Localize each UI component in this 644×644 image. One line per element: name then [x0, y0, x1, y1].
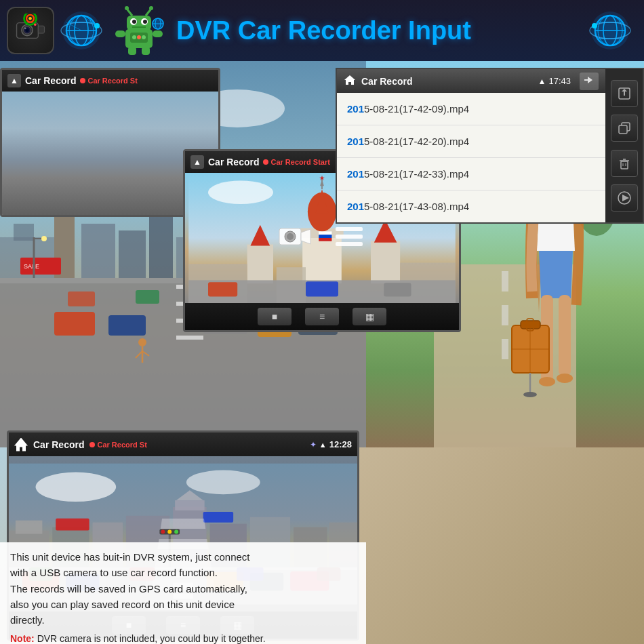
- svg-point-55: [592, 23, 597, 28]
- globe-left-icon: [58, 7, 105, 54]
- svg-rect-33: [115, 31, 125, 37]
- page-title: DVR Car Recorder Input: [176, 16, 583, 45]
- svg-point-31: [143, 20, 147, 24]
- svg-rect-73: [14, 224, 34, 241]
- middle-screen-title: Car Record: [208, 157, 259, 167]
- play-button[interactable]: [611, 184, 638, 212]
- svg-rect-197: [621, 161, 628, 169]
- description-text: This unit device has buit-in DVR system,…: [10, 549, 356, 628]
- back-btn-right[interactable]: [580, 73, 599, 90]
- svg-rect-79: [176, 336, 203, 340]
- svg-rect-115: [559, 295, 571, 376]
- copy-button[interactable]: [611, 115, 638, 142]
- export-button[interactable]: [611, 80, 638, 107]
- rec-indicator-bottom: Car Record St: [89, 441, 146, 449]
- robot-mascot-icon: [108, 3, 169, 58]
- file-item-2[interactable]: 2015-08-21(17-42-20).mp4: [337, 125, 605, 158]
- topleft-screen-title: Car Record: [25, 75, 76, 86]
- camera-record-icon: [278, 223, 312, 253]
- bottom-text-area: This unit device has buit-in DVR system,…: [0, 542, 366, 644]
- svg-rect-156: [336, 242, 363, 246]
- file-name-2: 2015-08-21(17-42-20).mp4: [347, 136, 469, 147]
- wifi-icon-right: ▲: [538, 77, 546, 86]
- bottom-status-icons: ✦ ▲ 12:28: [310, 439, 352, 449]
- middle-camera-icons: [278, 223, 366, 253]
- file-list-title: Car Record: [361, 76, 412, 87]
- svg-point-127: [208, 181, 273, 205]
- middle-back-arrow[interactable]: ▲: [190, 155, 204, 169]
- svg-rect-23: [127, 16, 151, 31]
- svg-rect-85: [68, 291, 95, 306]
- svg-rect-67: [119, 230, 146, 278]
- file-list-home-icon: [344, 74, 356, 89]
- rec-indicator-middle: Car Record Start: [263, 158, 329, 166]
- svg-rect-107: [502, 271, 508, 291]
- svg-marker-203: [622, 195, 629, 201]
- file-name-1: 2015-08-21(17-42-09).mp4: [347, 103, 469, 115]
- list-icon-middle: ≡: [319, 311, 325, 322]
- delete-button[interactable]: [611, 150, 638, 177]
- svg-point-125: [523, 392, 537, 397]
- screen-topleft-bar: ▲ Car Record Car Record St: [2, 70, 218, 92]
- file-name-3: 2015-08-21(17-42-33).mp4: [347, 168, 469, 180]
- svg-point-9: [34, 24, 37, 26]
- svg-rect-161: [16, 521, 43, 534]
- middle-controls: ■ ≡ ▦: [185, 303, 459, 330]
- svg-point-159: [186, 470, 260, 495]
- bottom-screen-title: Car Record: [33, 439, 84, 450]
- menu-list-icon: [332, 223, 366, 253]
- rec-indicator-topleft: Car Record St: [80, 77, 137, 85]
- svg-point-8: [28, 17, 32, 20]
- svg-point-38: [132, 35, 136, 39]
- screen-bottom-bar: Car Record Car Record St ✦ ▲ 12:28: [9, 432, 357, 456]
- right-panel-status: ▲ 17:43: [538, 76, 571, 86]
- note-label: Note:: [10, 633, 35, 644]
- topleft-back-arrow[interactable]: ▲: [7, 74, 21, 87]
- home-icon-bottom: [14, 438, 28, 451]
- svg-rect-86: [136, 290, 159, 304]
- file-list-time: 17:43: [548, 76, 571, 86]
- svg-rect-196: [619, 125, 627, 134]
- svg-point-116: [539, 377, 555, 386]
- svg-point-117: [557, 374, 573, 383]
- svg-rect-166: [175, 500, 204, 510]
- svg-rect-154: [336, 227, 363, 231]
- svg-point-27: [149, 6, 153, 10]
- svg-point-4: [24, 27, 26, 29]
- grid-icon-middle: ▦: [365, 311, 374, 322]
- svg-point-25: [125, 6, 129, 10]
- stop-btn-middle[interactable]: ■: [258, 308, 291, 325]
- file-item-1[interactable]: 2015-08-21(17-42-09).mp4: [337, 93, 605, 125]
- file-item-3[interactable]: 2015-08-21(17-42-33).mp4: [337, 158, 605, 190]
- svg-point-152: [287, 233, 294, 240]
- stop-icon-middle: ■: [272, 311, 277, 322]
- time-bottom: 12:28: [329, 439, 352, 449]
- file-name-4: 2015-08-21(17-43-08).mp4: [347, 201, 469, 212]
- top-header: DVR Car Recorder Input: [0, 0, 644, 61]
- svg-rect-66: [81, 224, 115, 278]
- svg-rect-145: [306, 281, 338, 296]
- right-action-buttons: [605, 69, 643, 222]
- dvr-app-icon: [7, 7, 54, 54]
- svg-rect-109: [502, 339, 508, 359]
- svg-rect-5: [38, 26, 44, 33]
- svg-point-93: [41, 236, 47, 241]
- svg-rect-34: [153, 31, 163, 37]
- svg-rect-68: [149, 217, 173, 278]
- file-list-area: Car Record ▲ 17:43 2015-08-21(17-42-09).…: [337, 69, 605, 222]
- svg-rect-80: [54, 312, 95, 336]
- main-container: DVR Car Recorder Input: [0, 0, 644, 644]
- grid-btn-middle[interactable]: ▦: [353, 308, 386, 325]
- svg-text:SALE: SALE: [24, 263, 39, 270]
- svg-rect-146: [384, 283, 411, 296]
- note-content: DVR camera is not included, you could bu…: [37, 633, 266, 644]
- svg-rect-173: [203, 512, 233, 523]
- list-btn-middle[interactable]: ≡: [305, 308, 339, 325]
- file-item-4[interactable]: 2015-08-21(17-43-08).mp4: [337, 190, 605, 222]
- svg-rect-155: [336, 235, 363, 239]
- right-panel: Car Record ▲ 17:43 2015-08-21(17-42-09).…: [336, 68, 644, 224]
- bluetooth-icon-bottom: ✦: [310, 440, 317, 449]
- svg-rect-35: [128, 47, 136, 55]
- note-text: Note: DVR camera is not included, you co…: [10, 633, 356, 644]
- svg-rect-81: [108, 315, 146, 336]
